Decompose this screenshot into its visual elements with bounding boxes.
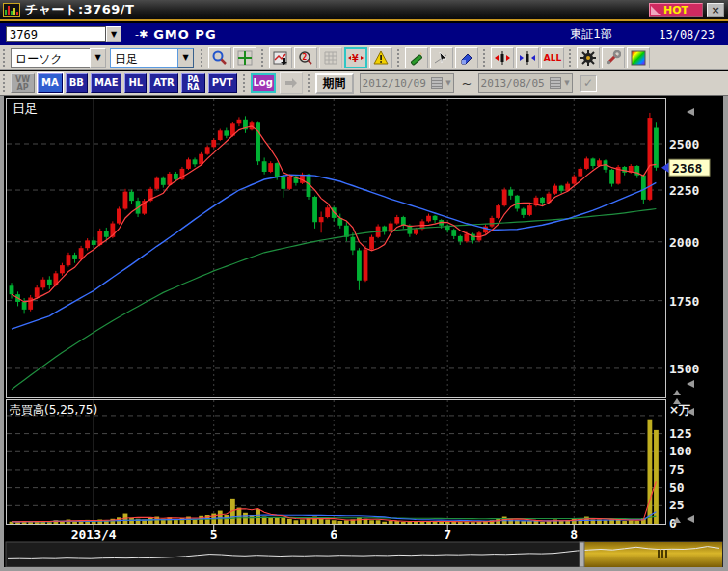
svg-text:6: 6 xyxy=(330,528,337,542)
narrow-bars-icon[interactable] xyxy=(516,47,539,68)
svg-text:7: 7 xyxy=(444,528,451,542)
main-toolbar: ローソク ▼ 日足 ▼ 2¥ALL xyxy=(0,45,728,70)
date-to-value: 2013/08/05 xyxy=(481,77,551,90)
indicator-button-vwap: VW AP xyxy=(11,73,35,93)
chevron-down-icon[interactable]: ▼ xyxy=(106,26,121,42)
grid-icon xyxy=(319,47,342,68)
app-chart-icon xyxy=(3,3,20,17)
title-bar[interactable]: チャート:3769/T HOT × xyxy=(0,0,728,21)
yen-scale-icon[interactable]: ¥ xyxy=(344,47,367,68)
apply-arrow-icon xyxy=(280,72,303,94)
hot-button-decoration xyxy=(651,6,661,15)
period-button[interactable]: 期間 xyxy=(315,73,354,94)
svg-text:2: 2 xyxy=(303,53,308,62)
chart-type-value: ローソク xyxy=(11,48,90,68)
svg-text:8: 8 xyxy=(570,528,578,542)
tool-wrench-icon[interactable] xyxy=(602,47,625,68)
show-all-icon[interactable]: ALL xyxy=(541,47,564,68)
svg-text:5: 5 xyxy=(210,528,218,542)
zoom-in-icon[interactable] xyxy=(208,47,231,68)
indicator-button-atr[interactable]: ATR xyxy=(149,73,177,93)
timeframe-select[interactable]: 日足 ▼ xyxy=(110,48,194,68)
navigator-divider-handle[interactable] xyxy=(580,542,584,567)
current-price-tag: 2368 xyxy=(661,159,710,176)
crosshair-grid-icon[interactable] xyxy=(233,47,256,68)
chevron-down-icon[interactable]: ▼ xyxy=(177,48,194,68)
indicator-button-bb[interactable]: BB xyxy=(66,73,88,93)
svg-text:¥: ¥ xyxy=(352,52,359,65)
chart-download-icon[interactable] xyxy=(269,47,292,68)
price-panel-title: 日足 xyxy=(13,101,38,116)
indicator-button-hl[interactable]: HL xyxy=(124,73,147,93)
chart-type-select[interactable]: ローソク ▼ xyxy=(11,48,106,68)
close-icon[interactable]: × xyxy=(707,3,724,17)
svg-text:125: 125 xyxy=(669,426,691,441)
timeframe-value: 日足 xyxy=(110,48,177,68)
svg-text:100: 100 xyxy=(669,444,692,458)
log-scale-button[interactable]: Log xyxy=(251,73,276,93)
indicator-button-pvt[interactable]: PVT xyxy=(208,73,237,93)
chart-canvas[interactable]: 25002250200017501500×万1251007550250日足売買高… xyxy=(4,96,723,567)
date-from-value: 2012/10/09 xyxy=(363,77,432,90)
stock-code-input[interactable] xyxy=(6,26,106,42)
stock-marker-icon: -✱ xyxy=(135,28,148,41)
color-palette-icon[interactable] xyxy=(627,47,650,68)
svg-text:2368: 2368 xyxy=(672,161,702,176)
svg-text:25: 25 xyxy=(669,498,685,512)
stock-name: GMO PG xyxy=(153,27,216,41)
settings-gear-icon[interactable] xyxy=(577,47,600,68)
toolbar-grip[interactable] xyxy=(308,74,312,92)
svg-text:75: 75 xyxy=(669,462,685,476)
alert-icon[interactable] xyxy=(369,47,392,68)
calendar-icon xyxy=(550,77,561,89)
date-to-field[interactable]: 2013/08/05 ▼ xyxy=(478,73,573,93)
quote-date: 13/08/23 xyxy=(659,28,715,41)
svg-text:0: 0 xyxy=(669,516,677,530)
svg-text:2500: 2500 xyxy=(669,137,699,151)
navigator-selected-range xyxy=(582,542,722,567)
indicator-toolbar: VW APMABBMAEHLATRPA RAPVT Log 期間 2012/10… xyxy=(0,71,728,96)
svg-text:50: 50 xyxy=(669,480,685,495)
chevron-down-icon: ▼ xyxy=(564,79,569,87)
toolbar-grip[interactable] xyxy=(483,49,488,67)
stock-info-bar: ▼ -✱ GMO PG 東証1部 13/08/23 xyxy=(0,23,728,45)
toolbar-grip[interactable] xyxy=(261,49,266,67)
indicator-button-ma[interactable]: MA xyxy=(38,73,63,93)
calendar-icon xyxy=(431,77,443,89)
navigator-grip-icon xyxy=(665,550,667,558)
chart-frame: 25002250200017501500×万1251007550250日足売買高… xyxy=(0,96,728,571)
zoom-details-icon[interactable]: 2 xyxy=(294,47,317,68)
svg-text:2000: 2000 xyxy=(669,235,699,250)
svg-text:2250: 2250 xyxy=(669,183,699,198)
svg-text:2013/4: 2013/4 xyxy=(71,528,117,542)
toolbar-grip[interactable] xyxy=(397,49,402,67)
navigator-grip-icon xyxy=(658,550,660,558)
chart-window: チャート:3769/T HOT × ▼ -✱ GMO PG 東証1部 13/08… xyxy=(0,0,728,571)
trendline-cursor-icon[interactable] xyxy=(430,47,453,68)
hot-button[interactable]: HOT xyxy=(649,3,703,17)
window-title: チャート:3769/T xyxy=(25,1,134,18)
chevron-down-icon: ▼ xyxy=(445,79,450,87)
range-separator: ~ xyxy=(462,76,472,91)
navigator[interactable] xyxy=(6,542,722,567)
indicator-button-mae[interactable]: MAE xyxy=(91,73,122,93)
widen-bars-icon[interactable] xyxy=(491,47,514,68)
navigator-grip-icon xyxy=(661,550,663,558)
apply-check-icon: ✓ xyxy=(580,75,597,92)
toolbar-grip[interactable] xyxy=(3,49,8,67)
stock-code-combo[interactable]: ▼ xyxy=(6,26,121,42)
market-section-label: 東証1部 xyxy=(570,26,612,42)
volume-panel-title: 売買高(5,25,75) xyxy=(10,403,97,417)
toolbar-grip[interactable] xyxy=(243,74,248,92)
svg-text:1750: 1750 xyxy=(669,294,699,309)
svg-text:×万: ×万 xyxy=(669,403,690,417)
toolbar-grip[interactable] xyxy=(569,49,574,67)
indicator-button-para[interactable]: PA RA xyxy=(181,73,205,93)
eraser-icon[interactable] xyxy=(455,47,478,68)
toolbar-grip[interactable] xyxy=(3,74,8,92)
svg-text:1500: 1500 xyxy=(669,362,699,376)
chevron-down-icon[interactable]: ▼ xyxy=(90,48,106,68)
draw-pencil-icon[interactable] xyxy=(405,47,428,68)
date-from-field[interactable]: 2012/10/09 ▼ xyxy=(360,73,454,93)
toolbar-grip[interactable] xyxy=(201,49,205,67)
